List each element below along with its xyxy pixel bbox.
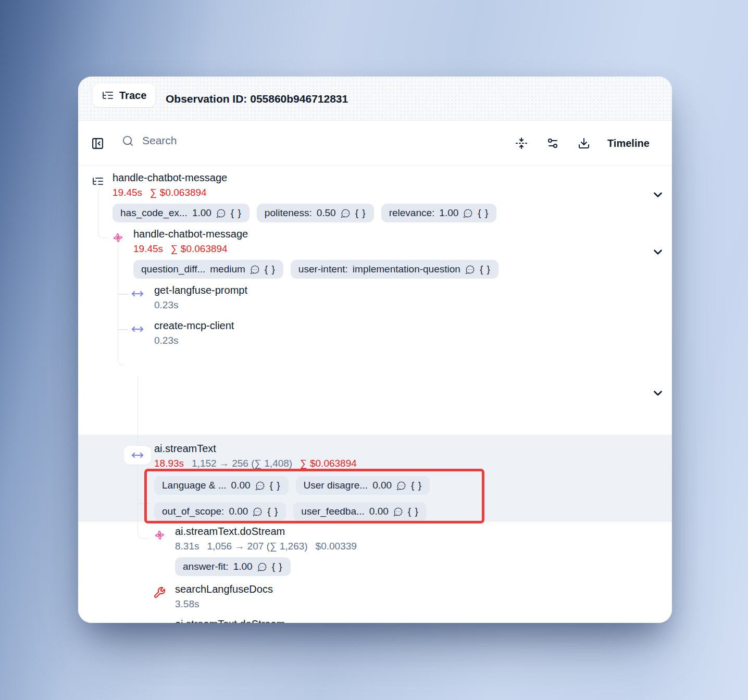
search-icon [122, 135, 134, 147]
observation-metrics: 8.31s1,056 → 207 (∑ 1,263)$0.00339 [175, 540, 365, 553]
trace-root-icon [92, 175, 104, 188]
token-usage: 1,152 → 256 (∑ 1,408) [192, 458, 292, 469]
braces-icon: { } [408, 506, 419, 517]
selected-span-icon-pill [124, 446, 151, 465]
score-label: user_feedba... [301, 506, 364, 517]
score-label: has_code_ex... [120, 207, 188, 219]
score-value: 1.00 [233, 561, 253, 572]
token-usage: 1,056 → 207 (∑ 1,263) [207, 541, 307, 552]
score-value: 1.00 [192, 207, 211, 219]
tree-connector [118, 294, 128, 295]
total-cost: ∑ $0.063894 [300, 458, 357, 469]
braces-icon: { } [272, 561, 283, 572]
comment-bubble-icon [257, 562, 267, 572]
score-value: 0.50 [317, 207, 336, 219]
score-badge[interactable]: question_diff... medium { } [133, 260, 283, 279]
trace-badge-label: Trace [119, 90, 146, 102]
score-badge[interactable]: politeness: 0.50 { } [257, 204, 374, 222]
tree-connector [138, 524, 150, 539]
search-input[interactable] [142, 134, 392, 147]
observation-name: create-mcp-client [154, 319, 234, 332]
chevron-down-icon [651, 188, 665, 202]
observation-metrics: 19.45s∑ $0.063894 [113, 186, 496, 199]
score-value: 0.00 [369, 506, 389, 517]
trace-tree: handle-chatbot-message 19.45s∑ $0.063894… [78, 166, 672, 623]
score-label: question_diff... [141, 264, 205, 275]
score-value: implementation-question [353, 264, 460, 275]
observation-name: ai.streamText.doStream [175, 525, 365, 538]
collapse-all-button[interactable] [515, 136, 528, 150]
score-badge[interactable]: out_of_scope: 0.00 { } [154, 502, 286, 521]
score-value: 0.00 [229, 506, 248, 517]
observation-id: Observation ID: 055860b946712831 [166, 77, 348, 121]
observation-metrics: 19.45s∑ $0.063894 [133, 243, 498, 255]
score-label: politeness: [265, 207, 312, 219]
score-badge[interactable]: user-intent: implementation-question { } [291, 260, 498, 279]
latency: 19.45s [113, 187, 142, 198]
sliders-icon [546, 137, 559, 149]
score-label: Language & ... [162, 480, 227, 491]
tree-row[interactable]: searchLangfuseDocs 3.58s [175, 583, 273, 610]
latency: 0.23s [154, 335, 178, 346]
tree-row[interactable]: get-langfuse-prompt 0.23s [154, 284, 247, 311]
braces-icon: { } [478, 207, 489, 219]
tree-row[interactable]: ai.streamText.doStream 10.61s42,053 → 65… [175, 618, 376, 623]
list-tree-icon [102, 89, 114, 102]
observation-name: ai.streamText.doStream [175, 618, 376, 623]
tree-row[interactable]: create-mcp-client 0.23s [154, 319, 234, 347]
search-field[interactable] [122, 134, 392, 147]
comment-bubble-icon [393, 507, 403, 517]
download-button[interactable] [577, 136, 591, 150]
tree-row-selected[interactable]: ai.streamText 18.93s1,152 → 256 (∑ 1,408… [154, 442, 430, 521]
generation-icon [111, 231, 124, 244]
observation-name: searchLangfuseDocs [175, 583, 273, 595]
score-value: 1.00 [439, 207, 458, 219]
braces-icon: { } [265, 264, 276, 275]
score-badge[interactable]: User disagre... 0.00 { } [296, 476, 430, 495]
score-label: user-intent: [298, 264, 348, 275]
panel-left-close-icon [91, 137, 104, 150]
tool-wrench-icon [153, 586, 166, 599]
span-icon [131, 449, 144, 461]
score-badge[interactable]: user_feedba... 0.00 { } [293, 502, 426, 521]
observation-metrics: 18.93s1,152 → 256 (∑ 1,408)∑ $0.063894 [154, 457, 430, 470]
collapse-row-chevron[interactable] [651, 386, 665, 400]
fold-vertical-icon [515, 137, 528, 149]
observation-metrics: 0.23s [154, 334, 234, 347]
comment-bubble-icon [396, 481, 406, 491]
comment-bubble-icon [465, 265, 475, 274]
comment-bubble-icon [253, 507, 263, 517]
tree-row[interactable]: handle-chatbot-message 19.45s∑ $0.063894… [133, 228, 498, 279]
comment-bubble-icon [250, 265, 260, 274]
score-label: relevance: [389, 207, 435, 219]
braces-icon: { } [270, 480, 281, 491]
score-badge[interactable]: Language & ... 0.00 { } [154, 476, 289, 495]
collapse-panel-button[interactable] [91, 136, 104, 150]
score-badge[interactable]: has_code_ex... 1.00 { } [113, 204, 250, 222]
score-badge[interactable]: relevance: 1.00 { } [381, 204, 497, 222]
collapse-row-chevron[interactable] [651, 188, 665, 202]
score-value: medium [210, 264, 245, 275]
view-settings-button[interactable] [546, 136, 559, 150]
total-cost: ∑ $0.063894 [171, 243, 228, 254]
score-badge[interactable]: answer-fit: 1.00 { } [175, 557, 291, 576]
tree-row[interactable]: handle-chatbot-message 19.45s∑ $0.063894… [113, 171, 496, 222]
timeline-toggle[interactable]: Timeline [607, 121, 650, 166]
score-value: 0.00 [372, 480, 392, 491]
score-label: out_of_scope: [162, 506, 224, 517]
comment-bubble-icon [216, 208, 226, 218]
generation-icon [153, 621, 166, 623]
observation-name: handle-chatbot-message [113, 171, 496, 184]
trace-badge[interactable]: Trace [93, 83, 155, 107]
observation-name: get-langfuse-prompt [154, 284, 247, 296]
score-label: answer-fit: [183, 561, 229, 572]
observation-name: ai.streamText [154, 442, 430, 455]
panel-header: Trace Observation ID: 055860b946712831 [78, 77, 672, 121]
span-icon [131, 323, 144, 335]
span-icon [131, 288, 144, 300]
chevron-down-icon [651, 245, 665, 259]
tree-row[interactable]: ai.streamText.doStream 8.31s1,056 → 207 … [175, 525, 365, 576]
latency: 3.58s [175, 598, 199, 609]
chevron-down-icon [651, 386, 665, 400]
collapse-row-chevron[interactable] [651, 245, 665, 259]
